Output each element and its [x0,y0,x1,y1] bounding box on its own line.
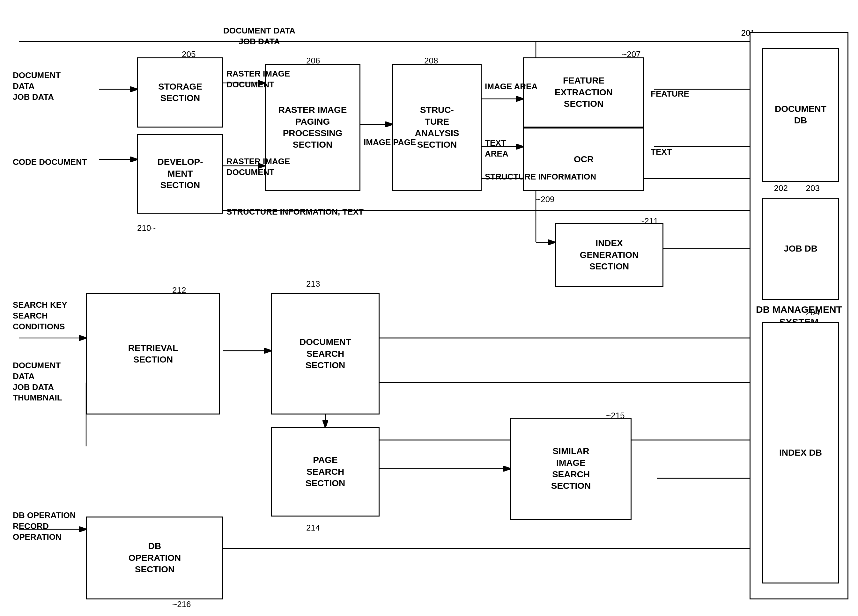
document-db-box: DOCUMENTDB [762,48,839,182]
label-search-key: SEARCH KEYSEARCHCONDITIONS [13,300,67,332]
ref-212: 212 [172,286,186,295]
development-section-box: DEVELOP-MENTSECTION [137,134,223,214]
structure-analysis-box: STRUC-TUREANALYSISSECTION [392,64,482,191]
label-feature: FEATURE [651,88,689,99]
diagram-container: 201~ DB MANAGEMENTSYSTEM DOCUMENTDB 202 … [0,0,858,616]
label-image-area: IMAGE AREA [485,81,538,92]
job-db-box: JOB DB [762,198,839,300]
db-operation-box: DBOPERATIONSECTION [86,517,223,599]
index-db-box: INDEX DB [762,322,839,583]
ref-215: ~215 [606,411,625,420]
label-doc-data-job-data-in: DOCUMENTDATAJOB DATA [13,70,61,102]
storage-section-box: STORAGESECTION [137,57,223,127]
label-doc-data-job-data-top: DOCUMENT DATAJOB DATA [223,25,295,47]
ref-202: 202 [774,183,788,193]
ref-208: 208 [424,56,438,66]
ref-216: ~216 [172,599,191,609]
label-db-operation-in: DB OPERATIONRECORDOPERATION [13,510,76,542]
ref-209: ~209 [536,194,555,204]
label-structure-info-bottom: STRUCTURE INFORMATION, TEXT [227,206,364,217]
ref-206: 206 [306,56,320,66]
label-raster-image-doc-bottom: RASTER IMAGEDOCUMENT [227,156,290,178]
label-doc-data-job-thumb: DOCUMENTDATAJOB DATATHUMBNAIL [13,360,62,403]
label-text-out: TEXT [651,147,672,158]
similar-image-search-box: SIMILARIMAGESEARCHSECTION [510,418,631,520]
index-generation-box: INDEXGENERATIONSECTION [555,223,664,287]
ref-204: 204 [806,308,820,318]
ref-210: 210~ [137,223,156,233]
ref-205: 205 [182,50,196,59]
label-text-area: TEXTAREA [485,138,508,160]
page-search-box: PAGESEARCHSECTION [271,427,379,517]
ref-207: ~207 [622,50,641,59]
feature-extraction-box: FEATUREEXTRACTIONSECTION [523,57,644,127]
retrieval-section-box: RETRIEVALSECTION [86,293,220,414]
label-image-page: IMAGE PAGE [364,137,416,148]
ref-203: 203 [806,183,820,193]
ref-213: 213 [306,279,320,289]
ref-214: 214 [306,523,320,533]
label-raster-image-doc-top: RASTER IMAGEDOCUMENT [227,68,290,90]
label-code-document: CODE DOCUMENT [13,157,87,168]
label-structure-info-top: STRUCTURE INFORMATION [485,172,596,182]
document-search-box: DOCUMENTSEARCHSECTION [271,293,379,414]
ref-211: ~211 [639,216,658,226]
